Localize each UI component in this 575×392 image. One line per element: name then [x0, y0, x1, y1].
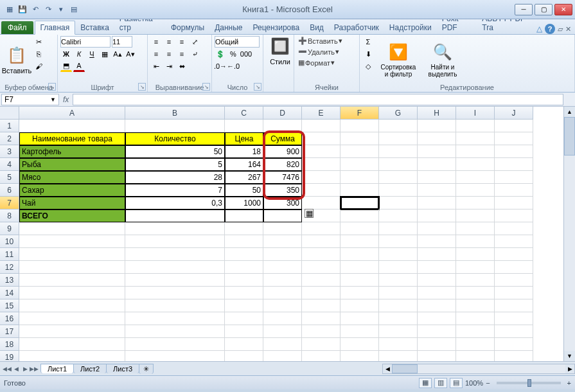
- cell-J8[interactable]: [495, 209, 533, 222]
- cell-I3[interactable]: [456, 145, 495, 158]
- align-bottom-icon[interactable]: ≡: [176, 36, 188, 48]
- normal-view-icon[interactable]: ▦: [419, 378, 432, 388]
- cell-I13[interactable]: [456, 274, 495, 287]
- cell-B16[interactable]: [125, 312, 225, 325]
- percent-icon[interactable]: %: [227, 48, 239, 60]
- cell-B13[interactable]: [125, 274, 225, 287]
- cell-E4[interactable]: [302, 158, 341, 171]
- cell-J19[interactable]: [495, 351, 533, 361]
- clear-icon[interactable]: ◇: [362, 60, 374, 72]
- cell-F6[interactable]: [341, 184, 379, 197]
- tab-addins[interactable]: Надстройки: [384, 21, 437, 34]
- file-tab[interactable]: Файл: [1, 21, 33, 34]
- row-header-15[interactable]: 15: [0, 299, 19, 312]
- row-header-1[interactable]: 1: [0, 120, 19, 132]
- align-left-icon[interactable]: ≡: [150, 48, 162, 60]
- cell-C11[interactable]: [225, 248, 263, 261]
- cell-H19[interactable]: [418, 351, 456, 361]
- cell-A7[interactable]: Чай: [19, 197, 125, 209]
- cell-F13[interactable]: [341, 274, 379, 287]
- wrap-text-icon[interactable]: ⤶: [189, 48, 200, 60]
- sheet-prev-icon[interactable]: ◀: [12, 366, 21, 372]
- minimize-ribbon-icon[interactable]: △: [536, 24, 542, 33]
- col-header-F[interactable]: F: [341, 107, 379, 120]
- cell-H2[interactable]: [418, 132, 456, 145]
- cell-B11[interactable]: [125, 248, 225, 261]
- fill-icon[interactable]: ⬇: [362, 48, 374, 60]
- hscroll-thumb[interactable]: [392, 364, 418, 373]
- save-icon[interactable]: 💾: [17, 4, 28, 15]
- cell-A16[interactable]: [19, 312, 125, 325]
- page-layout-view-icon[interactable]: ▥: [434, 378, 447, 388]
- name-box-dropdown-icon[interactable]: ▼: [50, 96, 56, 103]
- cell-H13[interactable]: [418, 274, 456, 287]
- cell-G14[interactable]: [379, 287, 418, 299]
- cell-H6[interactable]: [418, 184, 456, 197]
- row-header-18[interactable]: 18: [0, 338, 19, 351]
- zoom-slider[interactable]: [497, 382, 561, 384]
- cell-C9[interactable]: [225, 222, 263, 235]
- cell-A2[interactable]: Наименование товара: [19, 132, 125, 145]
- number-format-combo[interactable]: [215, 36, 260, 48]
- cell-I18[interactable]: [456, 338, 495, 351]
- sheet-first-icon[interactable]: ◀◀: [3, 366, 12, 372]
- cell-B14[interactable]: [125, 287, 225, 299]
- font-launcher-icon[interactable]: ↘: [138, 83, 146, 91]
- row-header-8[interactable]: 8: [0, 209, 19, 222]
- cell-D4[interactable]: 820: [263, 158, 302, 171]
- cell-J10[interactable]: [495, 235, 533, 248]
- cell-H3[interactable]: [418, 145, 456, 158]
- font-size-combo[interactable]: [112, 36, 132, 48]
- formula-input[interactable]: [73, 94, 563, 105]
- cell-G4[interactable]: [379, 158, 418, 171]
- align-launcher-icon[interactable]: ↘: [202, 83, 210, 91]
- cell-A3[interactable]: Картофель: [19, 145, 125, 158]
- paste-button[interactable]: 📋 Вставить: [3, 36, 31, 83]
- cell-D5[interactable]: 7476: [263, 171, 302, 184]
- cell-D15[interactable]: [263, 299, 302, 312]
- cell-E7[interactable]: [302, 197, 341, 209]
- increase-decimal-icon[interactable]: .0→: [215, 60, 226, 72]
- cell-F7[interactable]: [341, 197, 379, 209]
- col-header-C[interactable]: C: [225, 107, 263, 120]
- cell-J12[interactable]: [495, 261, 533, 274]
- row-header-3[interactable]: 3: [0, 145, 19, 158]
- cell-H9[interactable]: [418, 222, 456, 235]
- cell-F1[interactable]: [341, 120, 379, 132]
- cell-D1[interactable]: [263, 120, 302, 132]
- merge-button[interactable]: ⬌: [176, 60, 188, 72]
- cell-F2[interactable]: [341, 132, 379, 145]
- fx-icon[interactable]: fx: [59, 95, 73, 104]
- cell-G9[interactable]: [379, 222, 418, 235]
- cell-F12[interactable]: [341, 261, 379, 274]
- tab-review[interactable]: Рецензирова: [247, 21, 305, 34]
- copy-icon[interactable]: ⎘: [33, 48, 44, 60]
- cell-B3[interactable]: 50: [125, 145, 225, 158]
- tab-formulas[interactable]: Формулы: [166, 21, 209, 34]
- cell-I12[interactable]: [456, 261, 495, 274]
- cell-G1[interactable]: [379, 120, 418, 132]
- cell-G15[interactable]: [379, 299, 418, 312]
- tab-insert[interactable]: Вставка: [75, 21, 114, 34]
- cell-J3[interactable]: [495, 145, 533, 158]
- zoom-out-icon[interactable]: −: [486, 379, 490, 387]
- cell-E1[interactable]: [302, 120, 341, 132]
- cell-H18[interactable]: [418, 338, 456, 351]
- decrease-decimal-icon[interactable]: ←.0: [227, 60, 239, 72]
- cell-B9[interactable]: [125, 222, 225, 235]
- align-middle-icon[interactable]: ≡: [163, 36, 175, 48]
- redo-icon[interactable]: ↷: [42, 4, 54, 15]
- tab-home[interactable]: Главная: [35, 21, 76, 35]
- number-launcher-icon[interactable]: ↘: [254, 83, 261, 91]
- cell-E5[interactable]: [302, 171, 341, 184]
- border-button[interactable]: ▦: [99, 48, 111, 60]
- cell-A18[interactable]: [19, 338, 125, 351]
- cell-E9[interactable]: [302, 222, 341, 235]
- row-header-9[interactable]: 9: [0, 222, 19, 235]
- cell-B8[interactable]: [125, 209, 225, 222]
- cell-H10[interactable]: [418, 235, 456, 248]
- vscroll-thumb[interactable]: [564, 117, 575, 156]
- row-header-12[interactable]: 12: [0, 261, 19, 274]
- font-color-button[interactable]: A: [73, 60, 85, 72]
- cell-I16[interactable]: [456, 312, 495, 325]
